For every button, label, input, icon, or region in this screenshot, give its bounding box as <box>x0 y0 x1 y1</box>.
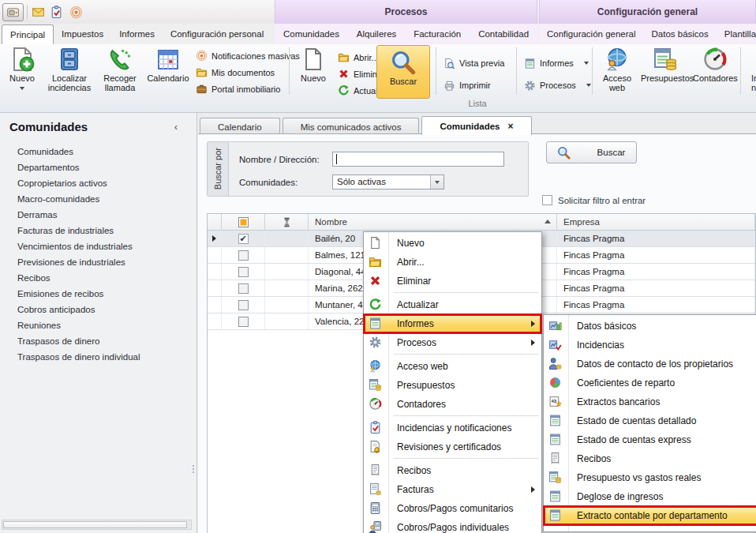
notificaciones-masivas-button[interactable]: Notificaciones masivas <box>196 47 300 64</box>
menu-item-coeficientes-de-reparto[interactable]: Coeficientes de reparto <box>544 373 756 392</box>
menu-item-actualizar[interactable]: Actualizar <box>364 295 541 314</box>
ribbon-tab-facturación[interactable]: Facturación <box>406 24 469 44</box>
clipboard-check-icon <box>369 421 383 435</box>
sidebar-item-facturas-de-industriales[interactable]: Facturas de industriales <box>0 223 196 238</box>
menu-item-eliminar[interactable]: Eliminar <box>364 272 541 291</box>
sidebar-item-reuniones[interactable]: Reuniones <box>0 317 196 333</box>
ribbon-tab-configuración-general[interactable]: Configuración general <box>539 24 644 44</box>
menu-item-recibos[interactable]: Recibos <box>364 461 541 480</box>
ribbon-tab-row: PrincipalImpuestosInformesConfiguración … <box>0 24 756 44</box>
sidebar-item-recibos[interactable]: Recibos <box>0 270 196 286</box>
menu-item-incidencias[interactable]: Incidencias <box>544 336 756 355</box>
chevron-left-icon[interactable]: ‹ <box>174 121 178 133</box>
horizontal-scrollbar[interactable] <box>2 520 192 530</box>
clipboard-check-icon[interactable] <box>50 6 64 20</box>
new-record-button[interactable]: Nuevo <box>294 46 333 98</box>
doc-tab-calendario[interactable]: Calendario <box>200 118 280 135</box>
sidebar-item-traspasos-de-dinero-individual[interactable]: Traspasos de dinero individual <box>0 349 196 365</box>
close-tab-icon[interactable]: × <box>508 118 514 135</box>
imprimir-button[interactable]: Imprimir <box>443 74 504 96</box>
sidebar-item-macro-comunidades[interactable]: Macro-comunidades <box>0 191 196 207</box>
calendario-button[interactable]: Calendario <box>144 46 192 98</box>
menu-item-revisiones-y-certificados[interactable]: Revisiones y certificados <box>364 437 541 456</box>
menu-item-recibos[interactable]: Recibos <box>544 449 756 468</box>
menu-item-abrir[interactable]: Abrir... <box>364 253 541 272</box>
sidebar-item-previsiones-de-industriales[interactable]: Previsiones de industriales <box>0 254 196 270</box>
menu-item-contadores[interactable]: Contadores <box>364 395 541 414</box>
recoger-llamada-button[interactable]: Recoger llamada <box>98 46 142 98</box>
search-button[interactable]: Buscar <box>546 141 637 163</box>
row-checkbox[interactable] <box>238 317 249 327</box>
localizar-incidencias-button[interactable]: Localizar incidencias <box>44 46 95 98</box>
menu-item-incidencias-y-notificaciones[interactable]: Incidencias y notificaciones <box>364 419 541 437</box>
new-button[interactable]: Nuevo <box>3 46 41 98</box>
menu-item-cobros-pagos-comunitarios[interactable]: Cobros/Pagos comunitarios <box>364 499 541 518</box>
menu-item-datos-de-contacto-de-los-propietarios[interactable]: Datos de contacto de los propietarios <box>544 355 756 373</box>
ribbon-tab-principal[interactable]: Principal <box>2 24 54 44</box>
scrollbar-thumb[interactable] <box>3 521 187 528</box>
menu-item-label: Recibos <box>397 465 431 476</box>
app-menu-button[interactable] <box>2 3 24 21</box>
menu-item-estado-de-cuentas-express[interactable]: Estado de cuentas express <box>544 430 756 449</box>
menu-item-cobros-pagos-individuales[interactable]: Cobros/Pagos individuales <box>364 518 541 533</box>
filter-checkbox[interactable] <box>542 195 552 205</box>
menu-item-acceso-web[interactable]: Acceso web <box>364 357 541 376</box>
row-checkbox[interactable] <box>238 267 249 277</box>
doc-tab-comunidades[interactable]: Comunidades× <box>421 116 531 135</box>
ribbon-tab-impuestos[interactable]: Impuestos <box>54 24 111 44</box>
sidebar-item-traspasos-de-dinero[interactable]: Traspasos de dinero <box>0 333 196 349</box>
presupuestos-button[interactable]: Presupuestos <box>641 46 690 98</box>
menu-item-extractos-bancarios[interactable]: Extractos bancarios <box>544 392 756 411</box>
ribbon-tab-datos-básicos[interactable]: Datos básicos <box>644 24 717 44</box>
procesos-dropdown-button[interactable]: Procesos <box>524 74 591 96</box>
acceso-web-button[interactable]: Acceso web <box>597 46 638 98</box>
communities-select[interactable]: Sólo activas <box>332 175 444 190</box>
buscar-button-active[interactable]: Buscar <box>376 45 430 99</box>
name-address-input[interactable] <box>332 152 504 167</box>
chevron-down-icon[interactable] <box>430 175 443 189</box>
sidebar-item-departamentos[interactable]: Departamentos <box>0 160 196 175</box>
menu-item-datos-básicos[interactable]: Datos básicos <box>544 317 756 336</box>
column-header-empresa[interactable]: Empresa <box>557 214 755 230</box>
ribbon-tab-contabilidad[interactable]: Contabilidad <box>470 24 537 44</box>
ribbon-tab-alquileres[interactable]: Alquileres <box>349 24 405 44</box>
select-all-checkbox[interactable] <box>238 217 249 227</box>
row-checkbox[interactable]: ✔ <box>238 234 249 244</box>
menu-item-label: Abrir... <box>397 257 425 268</box>
menu-item-informes[interactable]: Informes <box>364 314 541 333</box>
ribbon-tab-informes[interactable]: Informes <box>111 24 163 44</box>
menu-item-procesos[interactable]: Procesos <box>364 333 541 352</box>
broadcast-icon[interactable] <box>69 6 84 20</box>
ribbon-tab-plantillas[interactable]: Plantillas <box>717 24 756 44</box>
sidebar-item-vencimientos-de-industriales[interactable]: Vencimientos de industriales <box>0 238 196 254</box>
row-checkbox[interactable] <box>238 300 249 310</box>
menu-item-extracto-contable-por-departamento[interactable]: Extracto contable por departamento <box>544 506 756 525</box>
sidebar-item-emisiones-de-recibos[interactable]: Emisiones de recibos <box>0 286 196 302</box>
resize-grip-icon[interactable] <box>192 464 195 475</box>
sidebar-item-copropietarios-activos[interactable]: Copropietarios activos <box>0 175 196 191</box>
menu-item-presupuesto-vs-gastos-reales[interactable]: Presupuesto vs gastos reales <box>544 468 756 487</box>
menu-item-presupuestos[interactable]: Presupuestos <box>364 376 541 395</box>
ribbon-tab-configuración-personal[interactable]: Configuración personal <box>163 24 271 44</box>
mis-documentos-button[interactable]: Mis documentos <box>196 64 300 81</box>
sidebar-item-cobros-anticipados[interactable]: Cobros anticipados <box>0 302 196 317</box>
sidebar-item-derramas[interactable]: Derramas <box>0 207 196 223</box>
mail-icon[interactable] <box>32 6 46 20</box>
row-checkbox[interactable] <box>238 283 249 294</box>
portal-inmobiliario-button[interactable]: Portal inmobiliario <box>196 81 300 97</box>
vista-previa-button[interactable]: Vista previa <box>443 52 504 74</box>
menu-item-nuevo[interactable]: Nuevo <box>364 234 541 253</box>
contadores-button[interactable]: Contadores <box>693 46 737 98</box>
menu-item-facturas[interactable]: Facturas <box>364 480 541 499</box>
truncated-button[interactable]: Inc not <box>745 46 756 98</box>
row-checkbox[interactable] <box>238 250 249 261</box>
row-indicator-cell <box>208 297 222 313</box>
menu-item-estado-de-cuentas-detallado[interactable]: Estado de cuentas detallado <box>544 411 756 430</box>
informes-dropdown-button[interactable]: Informes <box>524 52 591 74</box>
column-header-nombre[interactable]: Nombre <box>309 214 557 230</box>
sidebar-item-comunidades[interactable]: Comunidades <box>0 144 196 160</box>
row-checkbox-cell: ✔ <box>222 231 265 246</box>
ribbon-tab-comunidades[interactable]: Comunidades <box>275 24 347 44</box>
doc-tab-mis-comunicados-activos[interactable]: Mis comunicados activos <box>283 118 420 135</box>
menu-item-deglose-de-ingresos[interactable]: Deglose de ingresos <box>544 487 756 506</box>
